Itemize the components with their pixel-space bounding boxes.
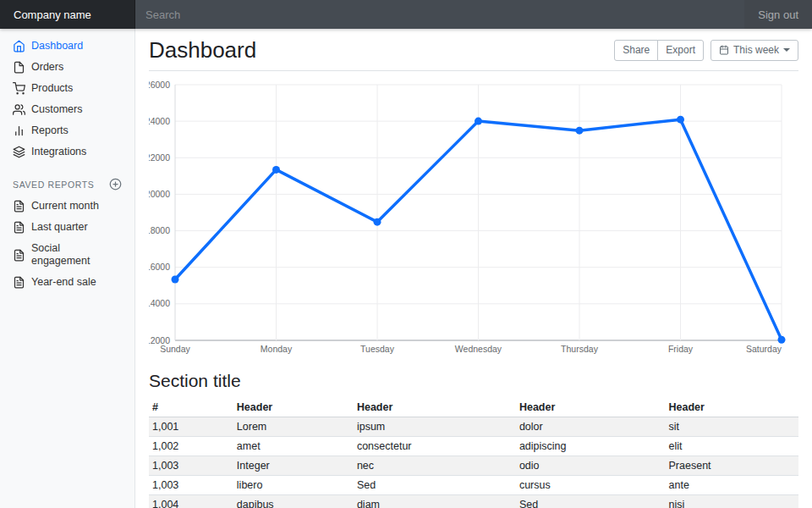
table-cell: Integer (233, 456, 354, 476)
table-cell: consectetur (354, 437, 516, 456)
saved-reports-heading: Saved reports (13, 179, 95, 190)
table-cell: adipiscing (516, 437, 666, 456)
saved-report-last-quarter: Last quarter (0, 217, 134, 238)
brand[interactable]: Company name (0, 0, 135, 29)
sidebar-item-label: Products (31, 82, 73, 95)
table-cell: 1,002 (149, 437, 233, 456)
file-text-icon (13, 200, 25, 213)
top-navbar: Company name Sign out (0, 0, 812, 29)
svg-text:16000: 16000 (149, 262, 170, 272)
caret-down-icon (783, 48, 790, 52)
sidebar-link-integrations[interactable]: Integrations (0, 141, 134, 163)
table-row: 1,003liberoSedcursusante (149, 476, 798, 495)
svg-text:20000: 20000 (149, 189, 170, 199)
svg-text:Wednesday: Wednesday (455, 344, 502, 354)
table-cell: 1,003 (149, 476, 233, 495)
table-cell: Praesent (666, 456, 798, 476)
table-cell: Sed (354, 476, 516, 495)
sidebar-link-customers[interactable]: Customers (0, 99, 134, 120)
svg-text:Monday: Monday (261, 344, 293, 354)
svg-text:24000: 24000 (149, 116, 170, 126)
toolbar: Share Export This week (614, 40, 798, 61)
saved-report-label: Social engagement (31, 242, 122, 268)
saved-report-label: Year-end sale (31, 276, 96, 289)
sidebar-item-products: Products (0, 78, 134, 99)
svg-text:14000: 14000 (149, 298, 170, 308)
home-icon (13, 40, 25, 52)
users-icon (13, 103, 25, 116)
table-row: 1,004dapibusdiamSednisi (149, 495, 798, 508)
file-text-icon (13, 221, 25, 234)
sidebar-item-label: Customers (31, 103, 82, 116)
svg-text:Tuesday: Tuesday (360, 344, 395, 354)
saved-report-current-month: Current month (0, 196, 134, 217)
table-cell: odio (516, 456, 666, 476)
chart-container: 1200014000160001800020000220002400026000… (149, 78, 798, 357)
table-cell: nisi (666, 495, 798, 508)
saved-report-link-last-quarter[interactable]: Last quarter (0, 217, 134, 238)
sidebar-item-label: Integrations (31, 146, 86, 158)
svg-text:Friday: Friday (668, 344, 694, 354)
table-cell: 1,004 (149, 495, 233, 508)
table-cell: libero (233, 476, 354, 495)
sidebar-link-orders[interactable]: Orders (0, 57, 134, 78)
export-button[interactable]: Export (657, 40, 704, 61)
layers-icon (13, 146, 25, 158)
table-row: 1,001Loremipsumdolorsit (149, 417, 798, 437)
table-cell: dapibus (233, 495, 354, 508)
saved-report-label: Current month (31, 200, 99, 213)
svg-text:26000: 26000 (149, 80, 170, 90)
table-header-cell: Header (233, 398, 354, 417)
saved-report-link-current-month[interactable]: Current month (0, 196, 134, 217)
weekly-line-chart: 1200014000160001800020000220002400026000… (149, 78, 798, 357)
sidebar-link-dashboard[interactable]: Dashboard (0, 36, 134, 57)
svg-text:Thursday: Thursday (561, 344, 599, 354)
page-header: Dashboard Share Export This week (149, 29, 798, 71)
search-input[interactable] (135, 0, 744, 29)
share-button[interactable]: Share (614, 40, 658, 61)
table-header-row: #HeaderHeaderHeaderHeader (149, 398, 798, 417)
table-cell: diam (354, 495, 516, 508)
sidebar-item-label: Reports (31, 124, 69, 137)
svg-text:Saturday: Saturday (746, 344, 782, 354)
bar-chart-icon (13, 124, 25, 137)
table-cell: Sed (516, 495, 666, 508)
saved-report-link-year-end-sale[interactable]: Year-end sale (0, 272, 134, 293)
sidebar-nav: DashboardOrdersProductsCustomersReportsI… (0, 36, 134, 163)
table-cell: ipsum (354, 417, 516, 437)
sidebar-item-dashboard: Dashboard (0, 36, 134, 57)
svg-text:Sunday: Sunday (160, 344, 190, 354)
table-row: 1,002ametconsecteturadipiscingelit (149, 437, 798, 456)
saved-report-link-social-engagement[interactable]: Social engagement (0, 238, 134, 272)
table-cell: Lorem (233, 417, 354, 437)
sidebar-item-customers: Customers (0, 99, 134, 120)
saved-report-label: Last quarter (31, 221, 88, 234)
table-header-cell: # (149, 398, 233, 417)
plus-circle-icon[interactable] (109, 178, 122, 190)
section-title: Section title (149, 371, 798, 391)
table-cell: 1,003 (149, 456, 233, 476)
table-cell: nec (354, 456, 516, 476)
saved-report-social-engagement: Social engagement (0, 238, 134, 272)
week-dropdown-button[interactable]: This week (710, 40, 798, 61)
share-export-group: Share Export (614, 40, 704, 61)
plus-circle-icon (109, 178, 122, 190)
saved-reports-list: Current monthLast quarterSocial engageme… (0, 196, 134, 293)
sidebar-item-label: Dashboard (31, 40, 83, 52)
sign-out-link[interactable]: Sign out (744, 0, 812, 29)
main-content: Dashboard Share Export This week 1200014… (135, 29, 812, 508)
table-cell: amet (233, 437, 354, 456)
table-header-cell: Header (354, 398, 516, 417)
sidebar-item-label: Orders (31, 61, 63, 74)
table-header-cell: Header (666, 398, 798, 417)
table-cell: sit (666, 417, 798, 437)
sidebar-item-integrations: Integrations (0, 141, 134, 163)
sidebar-link-products[interactable]: Products (0, 78, 134, 99)
table-row: 1,003IntegernecodioPraesent (149, 456, 798, 476)
file-text-icon (13, 249, 25, 262)
saved-report-year-end-sale: Year-end sale (0, 272, 134, 293)
layout: DashboardOrdersProductsCustomersReportsI… (0, 29, 812, 508)
sidebar-item-orders: Orders (0, 57, 134, 78)
sidebar-item-reports: Reports (0, 120, 134, 141)
sidebar-link-reports[interactable]: Reports (0, 120, 134, 141)
